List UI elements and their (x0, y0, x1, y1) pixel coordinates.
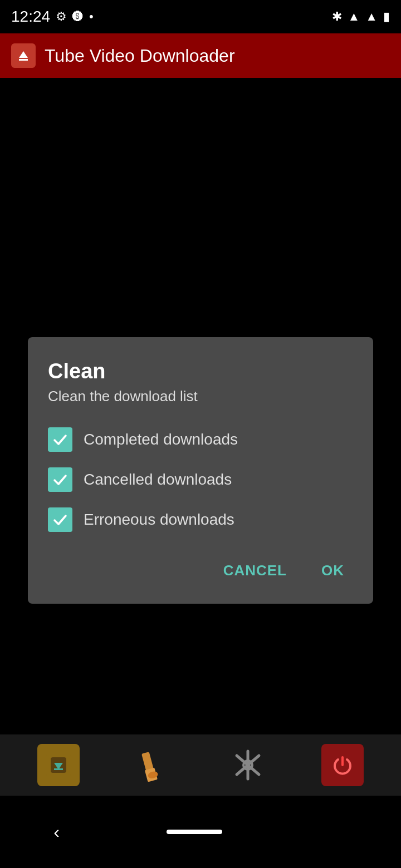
battery-icon: ▮ (383, 9, 390, 24)
cancelled-label: Cancelled downloads (84, 471, 232, 489)
clean-dialog: Clean Clean the download list Completed … (28, 337, 373, 604)
nav-downloads[interactable] (36, 743, 81, 787)
nav-power[interactable] (320, 743, 365, 787)
signal-icon: ▲ (365, 9, 378, 24)
dialog-overlay: Clean Clean the download list Completed … (0, 78, 401, 718)
status-right: ✱ ▲ ▲ ▮ (332, 9, 390, 24)
erroneous-downloads-row: Erroneous downloads (48, 507, 353, 532)
cancel-button[interactable]: CANCEL (214, 554, 296, 587)
notification-dot: • (89, 9, 94, 24)
bluetooth-icon: ✱ (332, 9, 342, 24)
cancelled-downloads-row: Cancelled downloads (48, 467, 353, 492)
dialog-subtitle: Clean the download list (48, 388, 353, 405)
screen-record-icon: 🅢 (72, 11, 84, 23)
nav-settings[interactable] (226, 743, 270, 787)
app-title: Tube Video Downloader (45, 46, 235, 66)
nav-downloads-icon (37, 744, 80, 786)
app-icon (11, 43, 36, 68)
completed-checkbox[interactable] (48, 427, 72, 452)
svg-rect-2 (19, 59, 28, 61)
erroneous-checkbox[interactable] (48, 507, 72, 532)
ok-button[interactable]: OK (312, 554, 353, 587)
erroneous-label: Erroneous downloads (84, 511, 234, 529)
dialog-title: Clean (48, 359, 353, 383)
system-nav-bar: ‹ (0, 796, 401, 868)
completed-downloads-row: Completed downloads (48, 427, 353, 452)
settings-status-icon: ⚙ (56, 9, 67, 24)
dialog-actions: CANCEL OK (48, 549, 353, 587)
cancelled-checkbox[interactable] (48, 467, 72, 492)
status-left: 12:24 ⚙ 🅢 • (11, 8, 94, 26)
app-bar: Tube Video Downloader (0, 33, 401, 78)
home-indicator[interactable] (167, 830, 222, 834)
status-bar: 12:24 ⚙ 🅢 • ✱ ▲ ▲ ▮ (0, 0, 401, 33)
nav-power-icon (321, 744, 364, 786)
wifi-icon: ▲ (348, 9, 360, 24)
status-time: 12:24 (11, 8, 50, 26)
bottom-nav (0, 734, 401, 796)
nav-clean[interactable] (131, 743, 175, 787)
completed-label: Completed downloads (84, 431, 238, 448)
back-button[interactable]: ‹ (53, 822, 60, 842)
svg-rect-6 (54, 768, 63, 770)
